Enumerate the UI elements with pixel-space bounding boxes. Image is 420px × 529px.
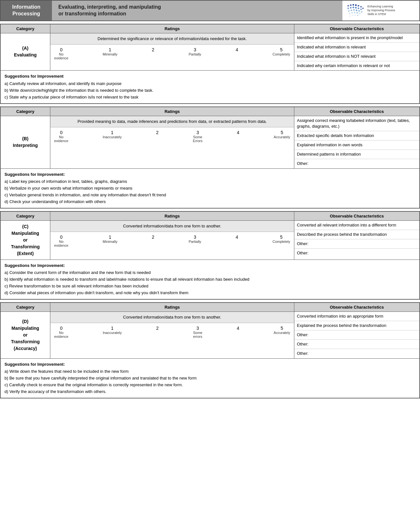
suggestion-item-a-2: c) State why a particular piece of infor… [4,94,416,101]
header-left-title: InformationProcessing [1,1,52,21]
svg-point-0 [348,5,349,6]
suggestion-item-b-0: a) Label key pieces of information in te… [4,178,416,185]
section-a: Category Ratings Observable Characterist… [0,24,420,104]
svg-point-12 [360,8,362,10]
obs-item-a-2: Indicated what information is NOT releva… [294,52,419,61]
suggestion-item-a-0: a) Carefully review all information, and… [4,81,416,87]
suggestion-item-b-2: c) Verbalize general trends in informati… [4,192,416,199]
col-category-header-0: Category [1,24,50,33]
scale-item-b-0: 0Noevidence [54,130,68,143]
scale-item-a-4: 4 [236,47,238,60]
svg-point-21 [354,12,356,13]
category-label-b: (B)Interpreting [1,116,50,168]
obs-item-c-1: Described the process behind the transfo… [294,230,419,239]
section-b-body-row: (B)InterpretingProvided meaning to data,… [1,116,419,169]
obs-item-c-3: Other: [294,249,419,258]
suggestion-item-c-0: a) Consider the current form of the info… [4,269,416,276]
scale-item-b-3: 3SomeErrors [193,130,203,143]
obs-item-b-4: Other: [294,159,419,168]
scale-item-c-5: 5Completely [273,235,290,247]
section-c: Category Ratings Observable Characterist… [0,211,420,300]
svg-point-8 [350,7,352,8]
suggestion-item-b-1: b) Verbalize in your own words what info… [4,185,416,192]
scale-item-b-2: 2 [156,130,159,143]
suggestion-item-d-3: d) Verify the accuracy of the transforma… [4,388,416,395]
obs-item-d-3: Other: [294,340,419,349]
svg-point-18 [361,11,363,13]
ratings-cell-c: Converted information/data from one form… [50,221,294,260]
suggestions-d: Suggestions for Improvement:a) Write dow… [1,359,419,398]
section-d: Category Ratings Observable Characterist… [0,302,420,398]
scale-item-a-3: 3Partially [189,47,201,60]
section-a-body-row: (A)EvaluatingDetermined the significance… [1,33,419,71]
suggestions-a: Suggestions for Improvementa) Carefully … [1,71,419,103]
section-a-header-row: Category Ratings Observable Characterist… [1,24,419,33]
suggestion-item-a-1: b) Write down/circle/highlight the infor… [4,87,416,94]
col-observable-header-0: Observable Characteristics [294,24,419,33]
scale-item-c-1: 1Minimally [103,235,117,247]
header-center-text: Evaluating, interpreting, and manipulati… [58,4,161,17]
suggestions-title-d: Suggestions for Improvement: [4,361,416,368]
ratings-cell-b: Provided meaning to data, made inference… [50,116,294,168]
svg-point-14 [351,9,352,11]
sections-container: Category Ratings Observable Characterist… [0,24,420,398]
ratings-cell-a: Determined the significance or relevance… [50,33,294,71]
section-c-header-row: Category Ratings Observable Characterist… [1,212,419,221]
ratings-description-c: Converted information/data from one form… [50,221,294,232]
page-header: InformationProcessing Evaluating, interp… [0,0,420,21]
svg-point-24 [349,15,351,17]
svg-point-1 [350,4,352,6]
suggestion-item-c-1: b) Identify what information is needed t… [4,276,416,283]
col-ratings-header-2: Ratings [50,212,294,220]
ratings-scale-a: 0Noevidence1Minimally23Partially45Comple… [50,45,294,61]
svg-point-19 [349,13,350,14]
ratings-cell-d: Converted information/data from one form… [50,312,294,358]
header-center-title: Evaluating, interpreting, and manipulati… [52,1,342,21]
scale-item-d-1: 1Inaccurately [103,326,122,338]
scale-item-b-1: 1Inaccurately [103,130,122,143]
scale-item-d-3: 3Someerrors [193,326,202,338]
col-ratings-header-1: Ratings [50,107,294,116]
obs-item-d-4: Other: [294,349,419,358]
col-ratings-header-3: Ratings [50,303,294,311]
svg-point-20 [351,12,353,13]
section-c-body-row: (C)ManipulatingorTransforming(Extent)Con… [1,221,419,260]
observable-cell-b: Assigned correct meaning to/labeled info… [294,116,419,168]
section-b-header-row: Category Ratings Observable Characterist… [1,107,419,116]
obs-item-c-2: Other: [294,239,419,249]
suggestions-c: Suggestions for Improvement:a) Consider … [1,260,419,299]
suggestion-item-d-1: b) Be sure that you have carefully inter… [4,375,416,382]
col-category-header-2: Category [1,212,50,220]
logo-text-group: Enhancing Learningby Improving ProcessSk… [367,5,395,16]
svg-point-4 [358,5,359,6]
scale-item-d-0: 0Noevidence [54,326,68,338]
observable-cell-a: Identified what information is present i… [294,33,419,71]
header-left-text: InformationProcessing [12,4,40,17]
category-label-d: (D)ManipulatingorTransforming(Accuracy) [1,312,50,358]
suggestion-item-d-0: a) Write down the features that need to … [4,368,416,375]
svg-point-10 [355,7,357,8]
svg-point-22 [357,12,358,13]
section-d-body-row: (D)ManipulatingorTransforming(Accuracy)C… [1,312,419,359]
svg-point-5 [360,6,362,7]
obs-item-b-3: Determined patterns in information [294,150,419,159]
col-category-header-3: Category [1,303,50,311]
suggestion-item-d-2: c) Carefully check to ensure that the or… [4,382,416,388]
scale-item-c-3: 3Partially [189,235,201,247]
col-category-header-1: Category [1,107,50,116]
obs-item-a-0: Identified what information is present i… [294,33,419,43]
scale-item-a-1: 1Minimally [103,47,117,60]
obs-item-d-2: Other: [294,330,419,340]
scale-item-a-0: 0Noevidence [54,47,68,60]
elipss-logo: Enhancing Learningby Improving ProcessSk… [347,4,395,17]
obs-item-b-0: Assigned correct meaning to/labeled info… [294,116,419,131]
suggestion-item-c-3: d) Consider what pieces of information y… [4,290,416,296]
scale-item-d-2: 2 [156,326,159,338]
logo-dots-icon [347,4,365,17]
ratings-description-d: Converted information/data from one form… [50,312,294,323]
col-observable-header-1: Observable Characteristics [294,107,419,116]
observable-cell-d: Converted information into an appropriat… [294,312,419,358]
scale-item-d-4: 4 [237,326,239,338]
scale-item-d-5: 5Accurately [274,326,290,338]
scale-item-c-0: 0Noevidence [54,235,68,247]
